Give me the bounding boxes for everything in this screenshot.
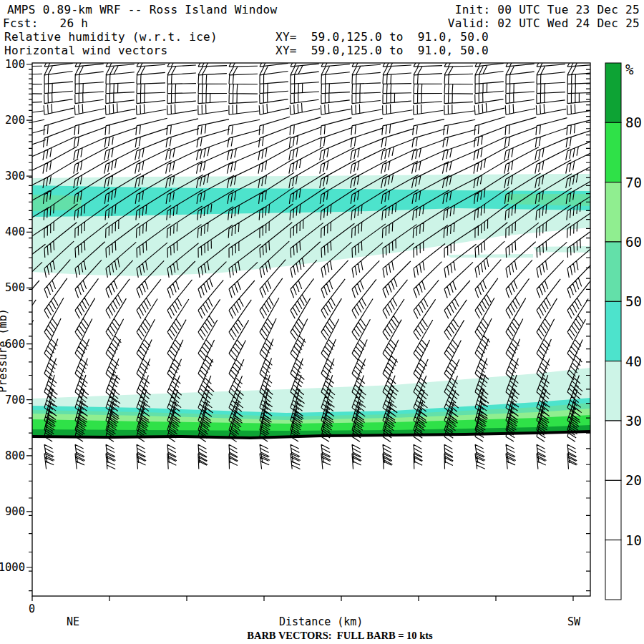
colorbar-segment: [605, 122, 621, 182]
barb-row-579hpa: [14, 298, 588, 340]
y-tick-label: 900: [5, 505, 25, 518]
y-tick-label: 200: [5, 114, 25, 127]
y-tick-label: 100: [5, 58, 25, 71]
colorbar-tick-label: 50: [625, 293, 642, 309]
y-tick-label: 400: [5, 225, 25, 238]
barb-row-104hpa: [14, 58, 596, 67]
cross-section-plot: 1002003004005006007008009001000807060504…: [0, 0, 644, 644]
y-tick-label: 800: [5, 449, 25, 462]
x-axis-ticks: [32, 596, 573, 601]
barb-row-796hpa: [14, 454, 577, 469]
colorbar: 8070605040302010%: [605, 62, 642, 600]
barb-row-190hpa: [14, 103, 597, 115]
y-tick-label: 300: [5, 170, 25, 182]
barb-row-780hpa: [14, 444, 577, 464]
y-tick-label: 500: [5, 281, 25, 294]
colorbar-tick-label: 40: [625, 353, 642, 369]
colorbar-tick-label: 10: [625, 532, 642, 548]
colorbar-segment: [605, 301, 621, 361]
colorbar-segment: [605, 540, 621, 600]
plot-frame: [32, 63, 590, 596]
barb-row-170hpa: [14, 93, 596, 104]
colorbar-tick-label: 80: [625, 114, 642, 130]
x-left-end-label: NE: [67, 615, 79, 628]
plot-border: [32, 63, 590, 596]
barb-row-617hpa: [14, 318, 585, 361]
y-tick-label: 700: [5, 394, 25, 406]
colorbar-segment: [605, 63, 621, 122]
x-right-end-label: SW: [567, 615, 580, 628]
colorbar-tick-label: 20: [625, 472, 642, 488]
colorbar-segment: [605, 361, 621, 421]
y-tick-label: 1000: [0, 561, 25, 574]
barb-row-540hpa: [14, 278, 592, 319]
y-axis-title: Pressure (mb): [0, 304, 8, 397]
colorbar-tick-label: 60: [625, 234, 642, 250]
colorbar-segment: [605, 421, 621, 480]
colorbar-tick-label: 30: [625, 413, 642, 429]
barb-row-152hpa: [14, 83, 596, 94]
colorbar-unit-label: %: [625, 62, 634, 77]
barb-legend-caption: BARB VECTORS: FULL BARB = 10 kts: [233, 630, 447, 642]
x-origin-label: 0: [29, 602, 35, 615]
x-axis-title: Distance (km): [279, 615, 363, 628]
colorbar-segment: [605, 182, 621, 242]
colorbar-segment: [605, 480, 621, 540]
colorbar-segment: [605, 242, 621, 301]
barb-row-119hpa: [14, 66, 596, 75]
colorbar-tick-label: 70: [625, 175, 642, 190]
x-axis: [32, 596, 573, 601]
amps-wrf-cross-section-page: AMPS 0.89-km WRF -- Ross Island Window F…: [0, 0, 644, 644]
barb-row-135hpa: [14, 74, 596, 84]
